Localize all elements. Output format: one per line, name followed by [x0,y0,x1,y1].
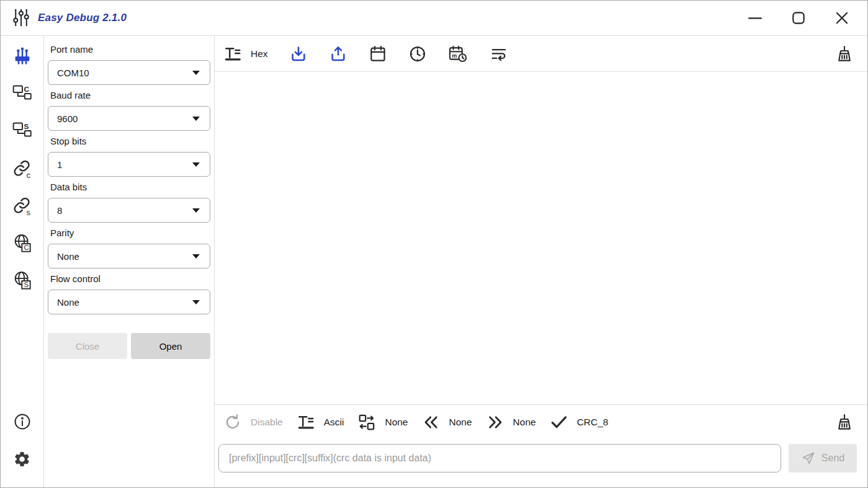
settings-button[interactable] [11,449,34,469]
tcp-client-letter: C [24,85,29,93]
log-output[interactable] [215,72,867,404]
data-bits-select[interactable]: 8 [48,198,210,223]
flow-control-label: Flow control [50,273,208,285]
send-plane-icon [801,451,816,466]
chevron-down-icon [192,208,200,213]
send-button-label: Send [821,453,844,464]
stop-bits-select[interactable]: 1 [48,152,210,177]
baud-rate-select[interactable]: 9600 [48,106,210,131]
titlebar: Easy Debug 2.1.0 [1,1,867,36]
suffix-value[interactable]: None [513,417,536,428]
sidebar-item-link-server[interactable]: s [11,195,34,215]
close-port-button[interactable]: Close [48,333,127,359]
loop-send-group: Disable [223,413,283,432]
prefix-group: None [422,413,472,432]
import-file-icon[interactable] [289,45,308,63]
loop-send-icon[interactable] [223,413,242,432]
data-bits-value: 8 [57,205,62,216]
mode-sidebar: C S c [1,37,44,487]
port-name-select[interactable]: COM10 [48,60,210,85]
stop-bits-label: Stop bits [50,135,208,148]
chevron-down-icon [192,300,200,304]
transform-value[interactable]: None [385,417,408,428]
wrap-lines-icon[interactable] [489,45,509,63]
export-file-icon[interactable] [329,45,347,63]
parity-select[interactable]: None [48,244,210,268]
crc-check-icon[interactable] [550,413,568,432]
suffix-group: None [486,413,536,432]
sidebar-item-web-server[interactable]: S [11,270,34,290]
send-format-value[interactable]: Ascii [324,417,344,428]
send-toolbar: Disable Ascii [215,404,867,439]
port-name-label: Port name [50,43,208,56]
text-format-icon[interactable] [223,45,242,63]
sidebar-item-serial-port[interactable] [11,47,34,66]
log-toolbar: Hex [215,37,867,72]
about-button[interactable] [11,412,34,432]
chevron-down-icon [192,254,200,259]
crc-group: CRC_8 [550,413,609,432]
sidebar-item-tcp-server[interactable]: S [11,121,34,141]
sidebar-item-tcp-client[interactable]: C [11,84,34,104]
parity-value: None [57,251,79,262]
app-logo-icon [11,6,32,30]
clear-log-icon[interactable] [835,45,854,63]
crc-value[interactable]: CRC_8 [577,417,609,428]
main-area: Hex [215,37,867,487]
baud-rate-label: Baud rate [50,89,208,102]
show-datetime-icon[interactable]: m [448,45,468,63]
link-server-letter: s [26,208,30,216]
chevron-down-icon [192,162,200,167]
send-row: Send [215,439,867,487]
send-input[interactable] [218,444,781,472]
chevron-down-icon [192,71,200,75]
stop-bits-value: 1 [57,159,62,170]
show-date-icon[interactable] [369,45,387,63]
link-client-letter: c [26,171,30,179]
open-port-button[interactable]: Open [131,333,210,359]
suffix-icon[interactable] [486,413,504,432]
app-window: Easy Debug 2.1.0 [0,0,868,488]
parity-label: Parity [50,227,208,239]
chevron-down-icon [192,117,200,121]
log-format-value[interactable]: Hex [251,48,268,60]
tcp-server-letter: S [24,122,29,130]
web-client-letter: C [24,244,29,251]
send-button[interactable]: Send [789,444,857,472]
flow-control-value: None [57,297,79,308]
flow-control-select[interactable]: None [48,290,210,314]
minimize-button[interactable] [746,9,764,27]
window-close-button[interactable] [833,9,851,27]
port-name-value: COM10 [57,68,89,78]
baud-rate-value: 9600 [57,113,78,124]
app-title: Easy Debug 2.1.0 [38,12,127,24]
datetime-letter: m [452,53,457,59]
loop-send-value[interactable]: Disable [251,417,283,428]
serial-settings-panel: Port name COM10 Baud rate 9600 Stop bits… [44,37,215,487]
sidebar-item-web-client[interactable]: C [11,233,34,252]
prefix-icon[interactable] [422,413,441,432]
clear-input-icon[interactable] [835,413,854,432]
window-controls [746,9,867,27]
log-format-group: Hex [223,45,268,63]
send-format-icon[interactable] [297,413,315,432]
sidebar-item-link-client[interactable]: c [11,158,34,178]
data-bits-label: Data bits [50,181,208,193]
transform-group: None [357,413,408,432]
show-time-icon[interactable] [408,45,427,63]
prefix-value[interactable]: None [449,417,472,428]
port-actions: Close Open [48,333,210,359]
transform-icon[interactable] [357,413,376,432]
send-format-group: Ascii [297,413,344,432]
maximize-button[interactable] [789,9,808,27]
web-server-letter: S [24,281,29,288]
